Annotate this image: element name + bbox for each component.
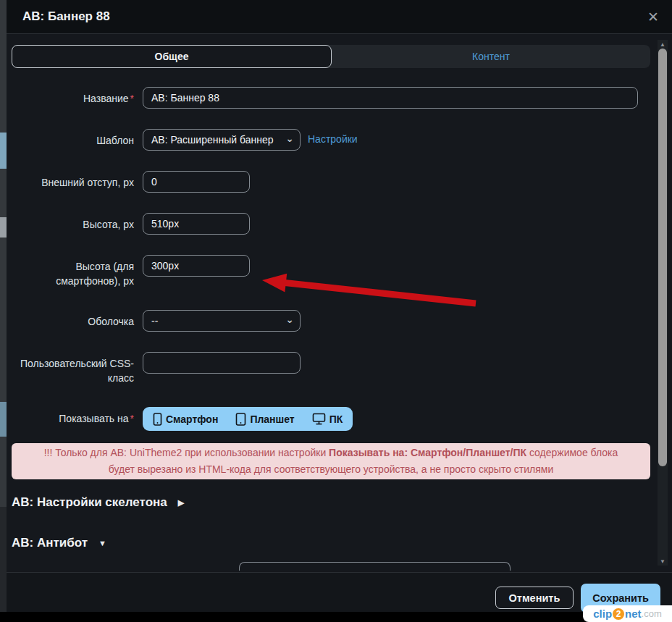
tablet-icon <box>235 413 246 426</box>
tab-content[interactable]: Контент <box>332 45 650 68</box>
toggle-smartphone[interactable]: Смартфон <box>153 413 218 426</box>
chevron-right-icon: ▶ <box>178 498 184 508</box>
modal-header: АВ: Баннер 88 ✕ <box>7 0 672 34</box>
name-label: Название* <box>12 87 134 106</box>
label-text: Внешний отступ, px <box>41 177 134 188</box>
scroll-up-icon[interactable]: ▲ <box>658 40 668 49</box>
wrapper-label: Оболочка <box>12 310 134 329</box>
tab-bar: Общее Контент <box>12 45 650 68</box>
height-label: Высота, px <box>12 213 134 232</box>
height-smartphone-input[interactable] <box>143 255 250 277</box>
tab-general[interactable]: Общее <box>12 45 332 68</box>
label-text: Высота (для смартфонов), px <box>56 261 134 287</box>
label-text: Шаблон <box>96 135 134 146</box>
background-fragment <box>0 133 7 169</box>
warning-banner: !!! Только для АВ: UniTheme2 при использ… <box>12 443 650 479</box>
partial-input[interactable] <box>239 562 511 571</box>
chevron-down-icon: ▼ <box>98 539 106 547</box>
wrapper-select[interactable]: -- ⌄ <box>143 310 301 332</box>
background-fragment <box>0 507 7 612</box>
height-smartphone-label: Высота (для смартфонов), px <box>12 255 134 288</box>
toggle-label: Планшет <box>250 413 294 425</box>
watermark-text: .com <box>642 608 662 619</box>
form-row-height: Высота, px <box>12 213 650 235</box>
toggle-label: Смартфон <box>166 413 218 425</box>
warning-bold-text: Показывать на: Смартфон/Планшет/ПК <box>329 447 526 458</box>
chevron-down-icon: ⌄ <box>285 314 294 325</box>
scroll-down-icon[interactable]: ▼ <box>658 557 668 566</box>
clip2net-watermark: clip2net.com <box>583 605 672 622</box>
page-background: АВ: Баннер 88 ✕ Общее Контент Название* … <box>0 0 672 622</box>
modal-footer: Отменить Сохранить <box>7 572 672 612</box>
label-text: Показывать на <box>59 413 128 424</box>
required-asterisk: * <box>130 93 134 104</box>
monitor-icon <box>312 413 326 425</box>
css-class-input[interactable] <box>143 352 301 374</box>
outer-margin-input[interactable] <box>143 171 250 193</box>
height-input[interactable] <box>143 213 250 235</box>
scrollbar[interactable]: ▲ ▼ <box>658 40 668 566</box>
form-row-show-on: Показывать на* Смартфон Планшет <box>12 407 650 431</box>
select-value: -- <box>151 315 158 327</box>
section-title: АВ: Антибот <box>12 536 88 550</box>
show-on-toggle-group: Смартфон Планшет ПК <box>143 407 353 431</box>
label-text: Высота, px <box>83 219 134 230</box>
smartphone-icon <box>153 413 162 426</box>
background-fragment <box>0 217 7 238</box>
form-content: Общее Контент Название* Шаблон АВ: Расши… <box>7 34 672 571</box>
watermark-text: net <box>625 608 642 620</box>
name-input[interactable] <box>143 87 638 109</box>
toggle-label: ПК <box>329 413 343 425</box>
section-title: АВ: Настройки скелетона <box>12 495 167 510</box>
section-skeleton[interactable]: АВ: Настройки скелетона ▶ <box>12 495 650 510</box>
form-row-template: Шаблон АВ: Расширенный баннер ⌄ Настройк… <box>12 129 650 151</box>
css-class-label: Пользовательский CSS-класс <box>12 352 134 385</box>
modal-banner-settings: АВ: Баннер 88 ✕ Общее Контент Название* … <box>7 0 672 612</box>
cancel-button[interactable]: Отменить <box>495 587 574 609</box>
label-text: Название <box>83 93 129 104</box>
close-icon[interactable]: ✕ <box>647 10 659 24</box>
form-row-wrapper: Оболочка -- ⌄ <box>12 310 650 332</box>
show-on-label: Показывать на* <box>12 407 134 426</box>
form-row-height-smartphone: Высота (для смартфонов), px <box>12 255 650 288</box>
form-row-css-class: Пользовательский CSS-класс <box>12 352 650 385</box>
modal-body: Общее Контент Название* Шаблон АВ: Расши… <box>7 34 672 572</box>
select-value: АВ: Расширенный баннер <box>151 134 274 146</box>
toggle-tablet[interactable]: Планшет <box>235 413 294 426</box>
form-row-outer-margin: Внешний отступ, px <box>12 171 650 193</box>
toggle-pc[interactable]: ПК <box>312 413 343 425</box>
section-antibot[interactable]: АВ: Антибот ▼ <box>12 536 650 550</box>
template-label: Шаблон <box>12 129 134 148</box>
required-asterisk: * <box>130 413 134 424</box>
form-row-name: Название* <box>12 87 650 109</box>
template-select[interactable]: АВ: Расширенный баннер ⌄ <box>143 129 301 151</box>
scrollbar-thumb[interactable] <box>658 49 667 466</box>
modal-title: АВ: Баннер 88 <box>22 9 110 24</box>
watermark-badge: 2 <box>613 608 624 620</box>
template-settings-link[interactable]: Настройки <box>308 129 358 145</box>
label-text: Оболочка <box>88 316 134 327</box>
chevron-down-icon: ⌄ <box>285 133 294 144</box>
label-text: Пользовательский CSS-класс <box>20 358 134 384</box>
background-page-edge <box>0 0 7 612</box>
warning-text: !!! Только для АВ: UniTheme2 при использ… <box>44 447 329 458</box>
outer-margin-label: Внешний отступ, px <box>12 171 134 190</box>
background-fragment <box>0 402 7 437</box>
watermark-text: clip <box>593 608 612 620</box>
